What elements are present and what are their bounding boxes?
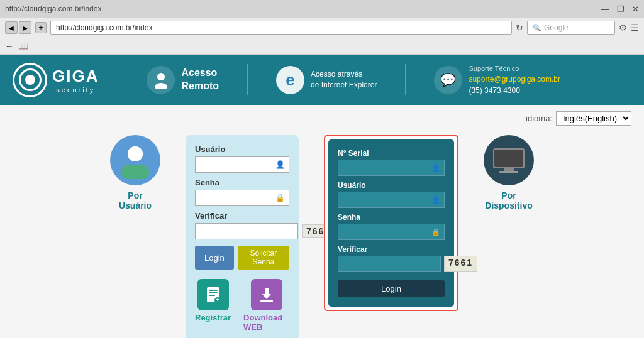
browser-title: http://cloudgiga.com.br/index xyxy=(5,4,101,13)
support-nav: 💬 Suporte Técnico suporte@grupogiga.com.… xyxy=(425,63,570,97)
acesso-remoto-text: Acesso Remoto xyxy=(181,67,219,93)
login-section: Por Usuário Usuário 👤 Senha 🔒 Verificar … xyxy=(13,135,631,338)
login-button[interactable]: Login xyxy=(195,246,234,270)
download-label: Download WEB xyxy=(243,313,289,332)
serial-input[interactable] xyxy=(342,163,426,172)
settings-icon[interactable]: ⚙ xyxy=(619,23,627,33)
support-phone: (35) 3473.4300 xyxy=(469,85,560,96)
svg-rect-8 xyxy=(209,295,215,296)
por-dispositivo-label: Por Dispositivo xyxy=(485,190,532,210)
device-senha-input[interactable] xyxy=(342,227,426,236)
svg-rect-3 xyxy=(121,165,149,179)
registrar-button[interactable]: Registrar xyxy=(195,279,231,332)
svg-point-4 xyxy=(128,146,143,161)
browser-extra-nav: ← 📖 ⁤ xyxy=(0,38,644,54)
device-captcha-row: 7661 xyxy=(338,256,445,272)
verificar-field-label: Verificar xyxy=(195,211,289,221)
url-bar[interactable]: http://cloudgiga.com.br/index xyxy=(50,21,512,35)
search-placeholder: Google xyxy=(544,23,569,32)
close-button[interactable]: ✕ xyxy=(632,4,639,14)
svg-rect-17 xyxy=(504,168,514,171)
support-email[interactable]: suporte@grupogiga.com.br xyxy=(469,74,560,85)
language-select[interactable]: Inglês(English) xyxy=(556,111,631,126)
menu-icon[interactable]: ☰ xyxy=(631,23,639,33)
logo-text: GIGA security xyxy=(52,67,99,94)
usuario-login-box: Usuário 👤 Senha 🔒 Verificar 7661 Login S… xyxy=(186,135,299,338)
device-senha-wrapper[interactable]: 🔒 xyxy=(338,224,445,240)
svg-point-1 xyxy=(155,83,167,89)
url-text: http://cloudgiga.com.br/index xyxy=(56,23,152,32)
svg-rect-16 xyxy=(494,150,523,167)
usuario-input[interactable] xyxy=(199,160,275,169)
restore-button[interactable]: ❐ xyxy=(617,4,625,14)
acesso-remoto-nav[interactable]: Acesso Remoto xyxy=(137,66,228,94)
por-usuario-label: Por Usuário xyxy=(119,190,152,210)
support-info: Suporte Técnico suporte@grupogiga.com.br… xyxy=(469,63,560,97)
svg-marker-13 xyxy=(262,294,271,299)
minimize-button[interactable]: — xyxy=(601,4,609,14)
logo-inner xyxy=(19,68,42,91)
forward-button[interactable]: ▶ xyxy=(19,21,31,34)
solicitar-senha-button[interactable]: Solicitar Senha xyxy=(238,246,289,270)
main-content: idioma: Inglês(English) Por Usuário Usuá… xyxy=(0,105,644,338)
language-bar: idioma: Inglês(English) xyxy=(13,111,631,126)
support-icon: 💬 xyxy=(434,66,462,94)
site-header: GIGA security Acesso Remoto e Acesso atr… xyxy=(0,55,644,105)
por-dispositivo-box: N° Serial 👤 Usuário 👤 Senha 🔒 Verificar xyxy=(324,135,458,311)
refresh-button[interactable]: ↻ xyxy=(516,23,523,33)
logo-circle xyxy=(13,63,47,97)
senha-input-wrapper[interactable]: 🔒 xyxy=(195,190,289,206)
logo-giga: GIGA xyxy=(52,67,99,86)
user-avatar xyxy=(110,135,160,185)
add-tab-button[interactable]: + xyxy=(35,22,47,33)
usuario-input-wrapper[interactable]: 👤 xyxy=(195,156,289,173)
right-section: Por Dispositivo xyxy=(484,135,534,210)
svg-rect-11 xyxy=(217,298,218,301)
acesso-label: Acesso xyxy=(181,67,219,80)
svg-rect-14 xyxy=(260,300,273,302)
senha-field-label: Senha xyxy=(195,178,289,187)
svg-rect-18 xyxy=(499,171,518,173)
por-usuario-container: Por Usuário xyxy=(110,135,160,210)
search-icon: 🔍 xyxy=(533,24,541,32)
device-captcha-image: 7661 xyxy=(444,256,477,272)
device-captcha-input[interactable] xyxy=(338,256,441,272)
language-label: idioma: xyxy=(526,114,552,123)
device-login-button[interactable]: Login xyxy=(338,280,445,297)
captcha-row: 7661 xyxy=(195,223,289,239)
device-senha-label: Senha xyxy=(338,213,445,222)
device-usuario-wrapper[interactable]: 👤 xyxy=(338,192,445,208)
device-person-icon: 👤 xyxy=(431,196,440,204)
header-divider-3 xyxy=(405,64,406,95)
svg-rect-7 xyxy=(209,292,218,293)
device-verificar-label: Verificar xyxy=(338,245,445,254)
back-icon[interactable]: ← xyxy=(5,41,13,51)
ie-access-nav[interactable]: e Acesso através de Internet Explorer xyxy=(267,66,386,94)
serial-input-wrapper[interactable]: 👤 xyxy=(338,160,445,176)
ie-access-text: Acesso através de Internet Explorer xyxy=(311,69,377,90)
remoto-label: Remoto xyxy=(181,80,219,93)
back-button[interactable]: ◀ xyxy=(5,21,18,34)
logo-security: security xyxy=(52,86,99,94)
browser-navbar: ◀ ▶ + http://cloudgiga.com.br/index ↻ 🔍 … xyxy=(0,18,644,38)
support-label: Suporte Técnico xyxy=(469,63,560,74)
button-row: Login Solicitar Senha xyxy=(195,246,289,270)
browser-titlebar: http://cloudgiga.com.br/index — ❐ ✕ xyxy=(0,0,644,18)
svg-point-0 xyxy=(157,73,165,80)
registrar-icon xyxy=(197,279,229,310)
device-inner: N° Serial 👤 Usuário 👤 Senha 🔒 Verificar xyxy=(328,139,454,307)
serial-person-icon: 👤 xyxy=(431,164,440,172)
device-lock-icon: 🔒 xyxy=(431,228,440,236)
download-web-button[interactable]: Download WEB xyxy=(243,279,289,332)
header-divider-1 xyxy=(118,64,118,95)
registrar-label: Registrar xyxy=(195,313,231,322)
captcha-input[interactable] xyxy=(195,223,298,239)
ie-label-1: Acesso através de Internet Explorer xyxy=(311,69,377,90)
serial-label: N° Serial xyxy=(338,149,445,158)
device-usuario-input[interactable] xyxy=(342,195,426,204)
header-divider-2 xyxy=(247,64,248,95)
search-bar[interactable]: 🔍 Google xyxy=(527,21,615,35)
senha-input[interactable] xyxy=(199,194,275,202)
lock-icon: 🔒 xyxy=(275,194,285,202)
book-icon[interactable]: 📖 xyxy=(18,41,28,51)
